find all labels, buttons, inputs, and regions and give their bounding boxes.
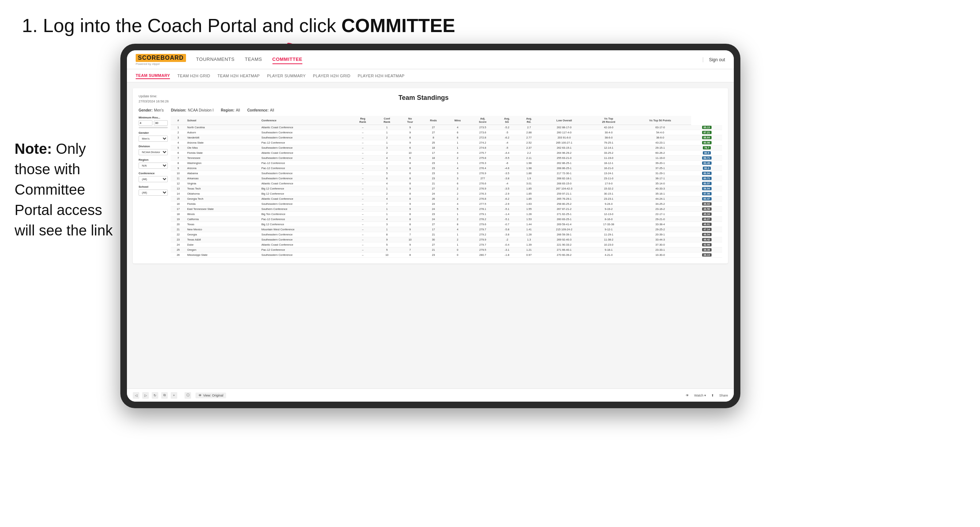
sub-nav-team-h2h-heatmap[interactable]: TEAM H2H HEATMAP	[217, 73, 260, 79]
gender-select-group: Gender Men's	[138, 131, 168, 142]
region-select-group: Region N/A	[138, 158, 168, 169]
step-highlight: COMMITTEE	[341, 15, 455, 36]
school-select[interactable]: (All)	[138, 189, 168, 196]
sub-nav-player-h2h-grid[interactable]: PLAYER H2H GRID	[313, 73, 350, 79]
table-row: 20TexasBig 12 Conference–38278279.6-0.71…	[171, 222, 722, 227]
region-select[interactable]: N/A	[138, 162, 168, 169]
filter-row: Gender: Men's Division: NCAA Division I …	[138, 108, 722, 112]
table-row: 26Mississippi StateSoutheastern Conferen…	[171, 252, 722, 258]
logo-text: SCOREBOARD	[136, 54, 186, 62]
data-table: # School Conference RegRank ConfRank NoT…	[171, 116, 722, 258]
back-icon[interactable]: ◁	[133, 392, 139, 399]
table-row: 12VirginiaAtlantic Coast Conference–4821…	[171, 181, 722, 186]
table-row: 21New MexicoMountain West Conference–191…	[171, 227, 722, 232]
col-avg-rd: Avg.Rd.	[518, 116, 540, 125]
table-row: 22GeorgiaSoutheastern Conference–8721127…	[171, 232, 722, 237]
conference-select-group: Conference (All)	[138, 171, 168, 182]
division-select[interactable]: NCAA Division I	[138, 149, 168, 155]
nav-teams[interactable]: TEAMS	[245, 55, 262, 64]
table-row: 13Texas TechBig 12 Conference–19272276.9…	[171, 186, 722, 191]
sign-out-button[interactable]: Sign out	[703, 57, 725, 62]
conference-select[interactable]: (All)	[138, 176, 168, 182]
bottom-icons: ◁ ▷ ↻ ⧉ +	[133, 392, 177, 399]
min-rounds-min[interactable]	[138, 120, 153, 126]
conference-filter: Conference: All	[247, 108, 274, 112]
view-original-button[interactable]: 👁 View: Original	[196, 392, 226, 398]
refresh-icon[interactable]: ↻	[152, 392, 158, 399]
division-filter: Division: NCAA Division I	[171, 108, 214, 112]
table-row: 17East Tennessee StateSouthern Conferenc…	[171, 206, 722, 212]
nav-bar: SCOREBOARD Powered by clippd TOURNAMENTS…	[127, 50, 734, 69]
table-row: 23Texas A&MSoutheastern Conference–91030…	[171, 237, 722, 242]
nav-tournaments[interactable]: TOURNAMENTS	[196, 55, 235, 64]
col-low-overall: Low Overall	[540, 116, 589, 125]
eye-icon: 👁	[199, 394, 202, 397]
col-wins: Wins	[446, 116, 469, 125]
table-row: 1North CarolinaAtlantic Coast Conference…	[171, 125, 722, 130]
panel-header: Update time: 27/03/2024 16:56:26 Team St…	[138, 94, 722, 104]
col-rnds: Rnds	[421, 116, 446, 125]
table-row: 6Florida StateAtlantic Coast Conference–…	[171, 151, 722, 156]
table-row: 8WashingtonPac-12 Conference–28231276.3-…	[171, 161, 722, 166]
col-conference: Conference	[260, 116, 351, 125]
school-select-group: School (All)	[138, 185, 168, 196]
table-row: 7TennesseeSoutheastern Conference–461822…	[171, 156, 722, 161]
min-rounds-filter: Minimum Rou...	[138, 116, 168, 128]
table-row: 4Arizona StatePac-12 Conference–19251274…	[171, 140, 722, 145]
gender-filter: Gender: Men's	[138, 108, 164, 112]
min-rounds-max[interactable]	[154, 120, 168, 126]
table-row: 9ArizonaPac-12 Conference–38234276.4-4.6…	[171, 166, 722, 171]
col-no-tour: NoTour	[399, 116, 421, 125]
col-rank: #	[171, 116, 186, 125]
col-adj-score: Adj.Score	[469, 116, 496, 125]
tablet-screen: SCOREBOARD Powered by clippd TOURNAMENTS…	[127, 50, 734, 402]
step-header: 1. Log into the Coach Portal and click C…	[22, 14, 455, 37]
note-bold: Note:	[14, 141, 52, 157]
table-header: # School Conference RegRank ConfRank NoT…	[171, 116, 722, 125]
info-icon[interactable]: ⓘ	[185, 392, 191, 399]
table-row: 19CaliforniaPac-12 Conference–48242278.2…	[171, 217, 722, 222]
division-select-group: Division NCAA Division I	[138, 145, 168, 155]
table-row: 5Ole MissSoutheastern Conference–3618127…	[171, 145, 722, 151]
add-icon[interactable]: +	[171, 392, 177, 399]
table-row: 10AlabamaSoutheastern Conference–5623327…	[171, 171, 722, 176]
sub-nav-team-summary[interactable]: TEAM SUMMARY	[136, 73, 170, 79]
scoreboard-logo: SCOREBOARD Powered by clippd	[136, 54, 186, 66]
table-row: 25OregonPac-12 Conference–57210279.5-3.1…	[171, 248, 722, 252]
share-button[interactable]: Share	[719, 394, 728, 397]
sub-nav: TEAM SUMMARY TEAM H2H GRID TEAM H2H HEAT…	[127, 69, 734, 83]
panel-title: Team Standings	[169, 94, 678, 102]
col-conf-rank: ConfRank	[375, 116, 399, 125]
table-row: 16FloridaSoutheastern Conference–7924427…	[171, 202, 722, 206]
sub-nav-team-h2h-grid[interactable]: TEAM H2H GRID	[177, 73, 210, 79]
main-content: Update time: 27/03/2024 16:56:26 Team St…	[127, 83, 734, 389]
watch-button[interactable]: Watch ▾	[694, 394, 706, 397]
rounds-slider	[138, 127, 168, 128]
standings-table: # School Conference RegRank ConfRank NoT…	[171, 116, 722, 258]
table-row: 11ArkansasSoutheastern Conference–682332…	[171, 176, 722, 181]
table-row: 2AuburnSoutheastern Conference–19276273.…	[171, 130, 722, 135]
content-panel: Update time: 27/03/2024 16:56:26 Team St…	[133, 88, 728, 264]
filters-sidebar: Minimum Rou... Gender Men's	[138, 116, 168, 258]
table-row: 15Georgia TechAtlantic Coast Conference–…	[171, 197, 722, 202]
table-row: 14OklahomaBig 12 Conference–28242276.3-2…	[171, 191, 722, 197]
table-row: 18IllinoisBig Ten Conference–18231279.1-…	[171, 212, 722, 217]
sub-nav-player-summary[interactable]: PLAYER SUMMARY	[267, 73, 305, 79]
nav-committee[interactable]: COMMITTEE	[272, 55, 303, 64]
col-avg-sg: Avg.SG	[496, 116, 518, 125]
bottom-right-controls: 👁 Watch ▾ ⬆ Share	[686, 394, 728, 397]
table-row: 24DukeAtlantic Coast Conference–59271279…	[171, 242, 722, 248]
share-icon: ⬆	[711, 394, 714, 397]
tablet-frame: SCOREBOARD Powered by clippd TOURNAMENTS…	[120, 44, 740, 408]
copy-icon[interactable]: ⧉	[161, 392, 168, 399]
col-reg-rank: RegRank	[350, 116, 375, 125]
forward-icon[interactable]: ▷	[142, 392, 149, 399]
nav-items: TOURNAMENTS TEAMS COMMITTEE	[196, 55, 703, 64]
col-vs-top-25: Vs Top25 Record	[588, 116, 629, 125]
col-school: School	[186, 116, 260, 125]
step-number: 1.	[22, 15, 38, 36]
gender-select[interactable]: Men's	[138, 136, 168, 142]
col-vs-top-50: Vs Top 50 Points	[629, 116, 692, 125]
region-filter: Region: All	[221, 108, 240, 112]
sub-nav-player-h2h-heatmap[interactable]: PLAYER H2H HEATMAP	[358, 73, 404, 79]
